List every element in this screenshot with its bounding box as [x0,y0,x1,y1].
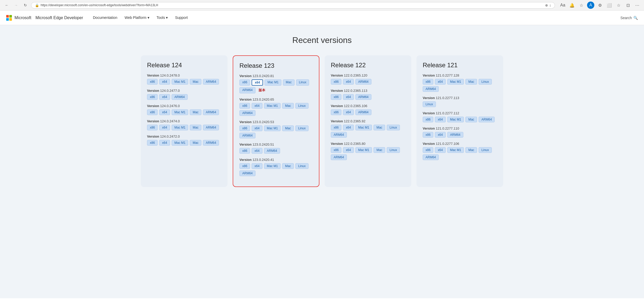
arch-tag-mac[interactable]: Mac [374,125,385,130]
arch-tag-mac-m1[interactable]: Mac M1 [172,140,188,146]
arch-tag-x64[interactable]: x64 [159,140,170,146]
arch-tag-x86[interactable]: x86 [331,125,341,130]
extensions-button[interactable]: ⚙ [596,2,604,9]
arch-tag-mac[interactable]: Mac [282,103,294,109]
arch-tag-mac-m1[interactable]: Mac M1 [265,79,281,86]
arch-tag-mac[interactable]: Mac [190,140,201,146]
arch-tag-mac[interactable]: Mac [282,125,294,131]
nav-web-platform[interactable]: Web Platform ▾ [121,11,153,25]
arch-tag-mac-m1[interactable]: Mac M1 [264,125,281,131]
nav-support[interactable]: Support [171,11,191,25]
arch-tag-linux[interactable]: Linux [423,101,436,107]
arch-tag-linux[interactable]: Linux [387,125,400,130]
arch-tag-mac-m1[interactable]: Mac M1 [264,103,281,109]
arch-tag-x86[interactable]: x86 [147,140,158,146]
arch-tag-x86[interactable]: x86 [147,94,158,100]
nav-tools[interactable]: Tools ▾ [153,11,172,25]
read-aloud-button[interactable]: 🔔 [568,2,576,9]
arch-tag-x64[interactable]: x64 [159,109,170,115]
arch-tag-x86[interactable]: x86 [331,147,341,153]
arch-tag-mac[interactable]: Mac [465,147,477,153]
arch-tag-mac-m1[interactable]: Mac M1 [355,147,372,153]
nav-search[interactable]: Search 🔍 [620,16,638,20]
arch-tag-x64[interactable]: x64 [435,79,445,85]
arch-tag-arm64[interactable]: ARM64 [264,148,280,154]
arch-tag-mac-m1[interactable]: Mac M1 [172,79,188,85]
arch-tag-arm64[interactable]: ARM64 [239,87,255,93]
arch-tag-x64-active[interactable]: x64 [252,79,263,86]
arch-tag-arm64[interactable]: ARM64 [355,109,371,115]
arch-tag-arm64[interactable]: ARM64 [423,154,439,160]
back-button[interactable]: ← [3,2,10,9]
arch-tag-x86[interactable]: x86 [423,132,433,138]
arch-tag-x86[interactable]: x86 [331,109,341,115]
arch-tag-arm64[interactable]: ARM64 [355,79,371,85]
arch-tag-mac[interactable]: Mac [190,125,201,130]
address-bar[interactable]: 🔒 https://developer.microsoft.com/en-us/… [31,2,555,9]
arch-tag-linux[interactable]: Linux [295,163,309,169]
arch-tag-x64[interactable]: x64 [343,79,354,85]
arch-tag-arm64[interactable]: ARM64 [203,79,219,85]
arch-tag-mac[interactable]: Mac [283,79,295,86]
arch-tag-arm64[interactable]: ARM64 [203,125,219,130]
arch-tag-linux[interactable]: Linux [295,125,309,131]
arch-tag-mac-m1[interactable]: Mac M1 [447,79,464,85]
arch-tag-arm64[interactable]: ARM64 [355,94,371,100]
arch-tag-x64[interactable]: x64 [252,103,262,109]
arch-tag-x86[interactable]: x86 [147,125,158,130]
favorite-button[interactable]: ☆ [578,2,585,9]
nav-documentation[interactable]: Documentation [89,11,121,25]
arch-tag-x64[interactable]: x64 [252,148,262,154]
translate-button[interactable]: Aa [559,2,566,9]
arch-tag-x64[interactable]: x64 [159,94,170,100]
arch-tag-arm64[interactable]: ARM64 [172,94,188,100]
arch-tag-mac-m1[interactable]: Mac M1 [172,125,188,130]
arch-tag-x86[interactable]: x86 [147,79,158,85]
arch-tag-x86[interactable]: x86 [147,109,158,115]
arch-tag-linux[interactable]: Linux [296,79,309,86]
forward-button[interactable]: → [12,2,20,9]
arch-tag-arm64[interactable]: ARM64 [331,132,347,138]
arch-tag-mac[interactable]: Mac [465,79,477,85]
arch-tag-x64[interactable]: x64 [343,147,354,153]
arch-tag-x86[interactable]: x86 [239,163,250,169]
edge-bar-button[interactable]: ⊡ [624,2,632,9]
arch-tag-x64[interactable]: x64 [435,147,445,153]
arch-tag-linux[interactable]: Linux [479,147,492,153]
arch-tag-x64[interactable]: x64 [435,117,445,122]
arch-tag-x64[interactable]: x64 [252,125,262,131]
arch-tag-arm64[interactable]: ARM64 [447,132,463,138]
split-screen-button[interactable]: ⬜ [606,2,613,9]
arch-tag-x86[interactable]: x86 [331,79,341,85]
more-button[interactable]: ⋯ [634,2,641,9]
arch-tag-mac-m1[interactable]: Mac M1 [172,109,188,115]
arch-tag-arm64[interactable]: ARM64 [479,117,495,122]
arch-tag-arm64[interactable]: ARM64 [239,133,255,138]
profile-button[interactable]: A [587,2,594,9]
arch-tag-x86[interactable]: x86 [423,79,433,85]
arch-tag-arm64[interactable]: ARM64 [239,170,255,176]
arch-tag-x86[interactable]: x86 [331,94,341,100]
arch-tag-x86[interactable]: x86 [423,117,433,122]
arch-tag-mac[interactable]: Mac [282,163,294,169]
collections-button[interactable]: ☆ [615,2,622,9]
microsoft-logo[interactable]: Microsoft [6,15,31,21]
arch-tag-x64[interactable]: x64 [343,125,354,130]
arch-tag-x86[interactable]: x86 [239,148,250,154]
arch-tag-linux[interactable]: Linux [387,147,400,153]
arch-tag-x86[interactable]: x86 [239,79,250,86]
arch-tag-mac[interactable]: Mac [374,147,385,153]
arch-tag-x86[interactable]: x86 [239,103,250,109]
arch-tag-x64[interactable]: x64 [252,163,262,169]
arch-tag-linux[interactable]: Linux [295,103,309,109]
arch-tag-mac-m1[interactable]: Mac M1 [355,125,372,130]
arch-tag-mac[interactable]: Mac [465,117,477,122]
arch-tag-mac[interactable]: Mac [190,109,201,115]
arch-tag-x64[interactable]: x64 [159,79,170,85]
arch-tag-x64[interactable]: x64 [435,132,445,138]
arch-tag-mac-m1[interactable]: Mac M1 [264,163,281,169]
arch-tag-linux[interactable]: Linux [479,79,492,85]
arch-tag-arm64[interactable]: ARM64 [203,140,219,146]
arch-tag-arm64[interactable]: ARM64 [331,154,347,160]
arch-tag-x64[interactable]: x64 [343,109,354,115]
